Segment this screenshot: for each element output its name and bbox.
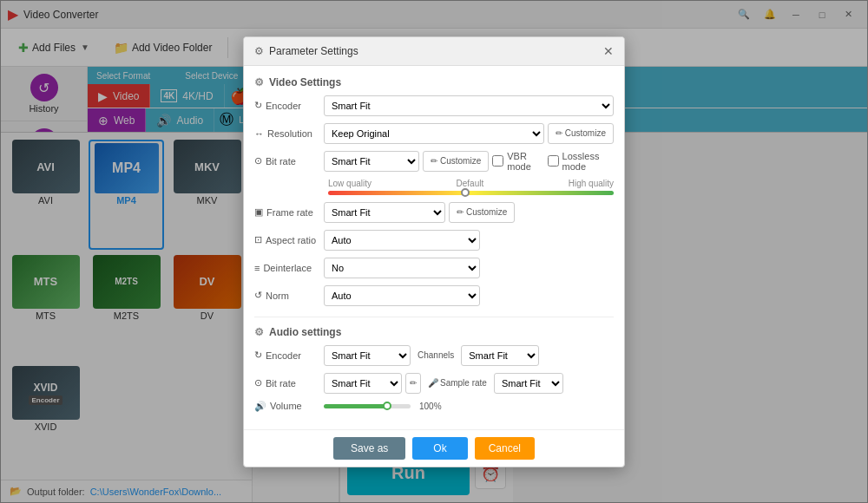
dialog-overlay[interactable]: ⚙ Parameter Settings ✕ ⚙ Video Settings … [0, 0, 868, 503]
volume-row: 🔊 Volume 100% [254, 401, 614, 412]
lossless-input[interactable] [548, 155, 559, 167]
framerate-select[interactable]: Smart Fit [324, 202, 445, 223]
quality-slider-section: Low quality Default High quality [328, 179, 614, 195]
audio-bitrate-label: ⊙ Bit rate [254, 377, 324, 389]
resolution-row: ↔ Resolution Keep Original ✏ Customize [254, 123, 614, 144]
sample-rate-select[interactable]: Smart Fit [494, 373, 563, 394]
norm-row: ↺ Norm Auto [254, 285, 614, 306]
volume-icon: 🔊 [254, 401, 266, 412]
deinterlace-row: ≡ Deinterlace No [254, 258, 614, 278]
norm-icon: ↺ [254, 290, 262, 301]
audio-encoder-label: ↻ Encoder [254, 349, 324, 361]
framerate-row: ▣ Frame rate Smart Fit ✏ Customize [254, 202, 614, 223]
bitrate-label-icon: ⊙ [254, 155, 262, 167]
bitrate-row: ⊙ Bit rate Smart Fit ✏ Customize VBR mod… [254, 151, 614, 172]
encoder-row: ↻ Encoder Smart Fit [254, 95, 614, 116]
deinterlace-select[interactable]: No [324, 258, 480, 278]
aspect-ratio-control: Auto [324, 230, 614, 251]
resolution-control: Keep Original ✏ Customize [324, 123, 614, 144]
volume-thumb[interactable] [383, 402, 391, 410]
aspect-ratio-label: ⊡ Aspect ratio [254, 234, 324, 245]
ok-button[interactable]: Ok [412, 437, 467, 460]
audio-bitrate-select[interactable]: Smart Fit [324, 373, 402, 394]
dialog-footer: Save as Ok Cancel [244, 429, 624, 467]
audio-encoder-select[interactable]: Smart Fit [324, 345, 411, 366]
aspect-ratio-icon: ⊡ [254, 234, 262, 245]
volume-slider[interactable] [324, 404, 411, 408]
aspect-ratio-select[interactable]: Auto [324, 230, 480, 251]
dialog-title-bar: ⚙ Parameter Settings ✕ [244, 37, 624, 66]
resolution-customize-button[interactable]: ✏ Customize [548, 123, 614, 144]
encoder-label: ↻ Encoder [254, 100, 324, 111]
audio-encoder-control: Smart Fit Channels Smart Fit [324, 345, 614, 366]
audio-enc-icon: ↻ [254, 349, 262, 361]
framerate-icon: ▣ [254, 206, 263, 218]
resolution-label: ↔ Resolution [254, 128, 324, 139]
dialog-body: ⚙ Video Settings ↻ Encoder Smart Fit [244, 66, 624, 429]
channels-select[interactable]: Smart Fit [461, 345, 539, 366]
quality-slider-thumb[interactable] [461, 188, 470, 197]
lossless-checkbox[interactable]: Lossless mode [548, 151, 614, 172]
resolution-label-icon: ↔ [254, 128, 264, 139]
bitrate-customize-icon: ✏ [431, 156, 437, 166]
audio-settings-section: ⚙ Audio settings ↻ Encoder Smart Fit Cha… [254, 317, 614, 412]
framerate-label: ▣ Frame rate [254, 206, 324, 218]
norm-control: Auto [324, 285, 614, 306]
audio-bitrate-control: Smart Fit ✏ 🎤 Sample rate Smart Fit [324, 373, 614, 394]
framerate-customize-icon: ✏ [457, 207, 464, 217]
audio-bitrate-row: ⊙ Bit rate Smart Fit ✏ 🎤 Sample rate [254, 373, 614, 394]
norm-label: ↺ Norm [254, 290, 324, 301]
dialog-title: ⚙ Parameter Settings [254, 45, 358, 57]
norm-select[interactable]: Auto [324, 285, 480, 306]
audio-bitrate-icon: ⊙ [254, 377, 262, 389]
aspect-ratio-row: ⊡ Aspect ratio Auto [254, 230, 614, 251]
volume-value: 100% [419, 402, 442, 411]
bitrate-select[interactable]: Smart Fit [324, 151, 419, 172]
encoder-control: Smart Fit [324, 95, 614, 116]
deinterlace-icon: ≡ [254, 263, 260, 273]
channels-label: Channels [418, 350, 454, 360]
bitrate-label: ⊙ Bit rate [254, 155, 324, 167]
audio-edit-button[interactable]: ✏ [405, 373, 421, 394]
video-settings-title: ⚙ Video Settings [254, 76, 614, 88]
video-settings-icon: ⚙ [254, 76, 264, 88]
vbr-checkbox[interactable]: VBR mode [492, 151, 543, 172]
framerate-customize-button[interactable]: ✏ Customize [449, 202, 515, 223]
video-settings-section: ⚙ Video Settings ↻ Encoder Smart Fit [254, 76, 614, 306]
resolution-select[interactable]: Keep Original [324, 123, 544, 144]
audio-settings-icon: ⚙ [254, 326, 264, 338]
bitrate-control: Smart Fit ✏ Customize VBR mode Lossless … [324, 151, 614, 172]
quality-slider-labels: Low quality Default High quality [328, 179, 614, 188]
framerate-control: Smart Fit ✏ Customize [324, 202, 614, 223]
vbr-input[interactable] [492, 155, 503, 167]
parameter-settings-dialog: ⚙ Parameter Settings ✕ ⚙ Video Settings … [243, 36, 625, 467]
encoder-select[interactable]: Smart Fit [324, 95, 614, 116]
deinterlace-label: ≡ Deinterlace [254, 263, 324, 273]
encoder-label-icon: ↻ [254, 100, 262, 111]
bitrate-customize-button[interactable]: ✏ Customize [423, 151, 489, 172]
settings-gear-icon: ⚙ [254, 45, 264, 57]
sample-rate-label: 🎤 Sample rate [428, 378, 487, 388]
save-as-button[interactable]: Save as [333, 437, 405, 460]
volume-label: 🔊 Volume [254, 401, 324, 412]
deinterlace-control: No [324, 258, 614, 278]
audio-settings-title: ⚙ Audio settings [254, 326, 614, 338]
audio-encoder-row: ↻ Encoder Smart Fit Channels Smart Fit [254, 345, 614, 366]
volume-control: 100% [324, 402, 614, 411]
dialog-close-button[interactable]: ✕ [603, 44, 614, 58]
mic-icon: 🎤 [428, 378, 438, 388]
customize-icon: ✏ [556, 128, 562, 138]
cancel-button[interactable]: Cancel [475, 437, 535, 460]
quality-track[interactable] [328, 191, 614, 195]
